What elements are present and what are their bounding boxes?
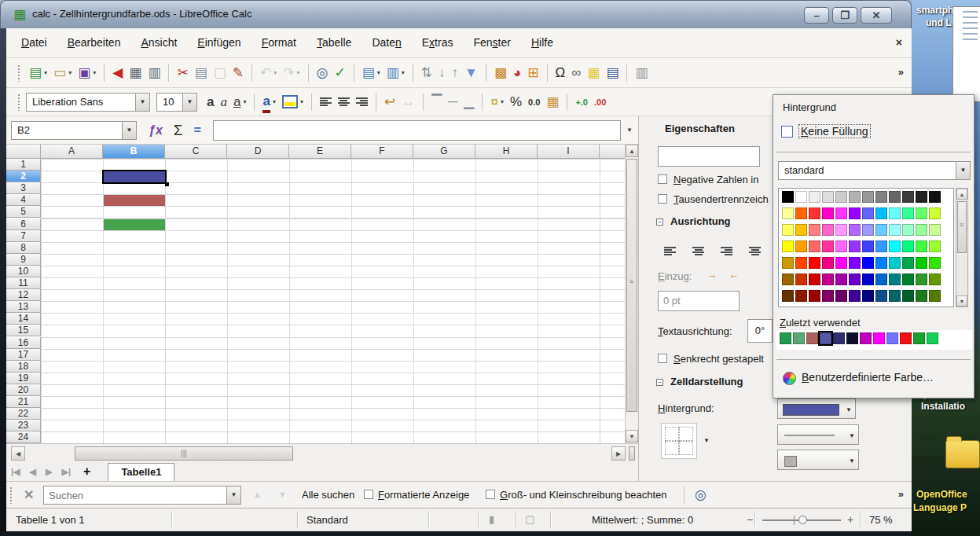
row-header-18[interactable]: 18 xyxy=(6,361,41,373)
column-header-F[interactable]: F xyxy=(351,145,413,159)
row-header-12[interactable]: 12 xyxy=(6,289,41,301)
menu-ansicht[interactable]: Ansicht xyxy=(130,28,187,57)
color-swatch[interactable] xyxy=(822,207,834,219)
align-right-button[interactable] xyxy=(718,240,735,262)
scroll-up-icon[interactable]: ▲ xyxy=(626,145,638,157)
color-swatch[interactable] xyxy=(835,257,847,269)
color-swatch[interactable] xyxy=(902,207,914,219)
dropdown-arrow-icon[interactable]: ▾ xyxy=(273,69,277,76)
zoom-slider-handle[interactable] xyxy=(798,516,807,524)
font-size-combo[interactable]: 10 ▼ xyxy=(156,93,197,112)
menu-daten[interactable]: Daten xyxy=(362,28,411,57)
color-swatch[interactable] xyxy=(782,290,794,302)
column-header-D[interactable]: D xyxy=(227,145,289,159)
chevron-down-icon[interactable]: ▼ xyxy=(849,432,855,439)
scroll-left-icon[interactable]: ◀ xyxy=(11,446,25,461)
recent-color-swatch[interactable] xyxy=(886,332,898,344)
align-left-button[interactable] xyxy=(662,240,678,262)
copy-button[interactable]: ▤ xyxy=(193,62,210,83)
thousands-separator-label[interactable]: Tausendertrennzeich xyxy=(674,193,769,205)
menu-format[interactable]: Format xyxy=(251,28,306,57)
menu-extras[interactable]: Extras xyxy=(412,28,464,57)
color-swatch[interactable] xyxy=(822,224,834,236)
sheet-tab-tabelle1[interactable]: Tabelle1 xyxy=(108,463,174,481)
color-swatch[interactable] xyxy=(809,240,820,252)
palette-scroll-thumb[interactable]: ≡ xyxy=(957,201,967,253)
color-swatch[interactable] xyxy=(889,257,901,269)
menu-fenster[interactable]: Fenster xyxy=(463,28,520,57)
row-header-20[interactable]: 20 xyxy=(6,384,41,396)
color-swatch[interactable] xyxy=(849,207,861,219)
color-swatch[interactable] xyxy=(862,257,874,269)
zoom-out-icon[interactable]: − xyxy=(747,513,753,526)
row-button[interactable]: ▤▾ xyxy=(360,62,383,83)
desktop-icon-label[interactable]: Installatio xyxy=(921,401,965,412)
color-swatch[interactable] xyxy=(835,240,847,252)
column-header-C[interactable]: C xyxy=(165,145,227,159)
scroll-up-icon[interactable]: ▲ xyxy=(956,189,967,200)
background-color-button[interactable]: ▼ xyxy=(777,398,856,419)
center-vertically-button[interactable]: ─ xyxy=(446,91,460,112)
color-swatch[interactable] xyxy=(809,191,820,203)
color-swatch[interactable] xyxy=(835,224,847,236)
row-header-4[interactable]: 4 xyxy=(6,194,41,206)
new-document-button[interactable]: ▤▾ xyxy=(27,62,50,83)
italic-button[interactable]: a xyxy=(218,91,229,112)
recent-color-swatch[interactable] xyxy=(833,332,845,344)
custom-color-button[interactable]: Benutzerdefinierte Farbe… xyxy=(802,371,934,384)
negative-red-label[interactable]: Negative Zahlen in xyxy=(674,174,758,185)
collapse-icon[interactable]: − xyxy=(656,379,663,386)
row-header-14[interactable]: 14 xyxy=(6,313,41,325)
row-header-22[interactable]: 22 xyxy=(6,408,41,420)
chevron-down-icon[interactable]: ▼ xyxy=(846,406,852,413)
split-handle[interactable] xyxy=(629,446,635,461)
maximize-button[interactable]: ❐ xyxy=(832,7,857,24)
scroll-down-icon[interactable]: ▼ xyxy=(956,296,967,307)
recent-color-swatch[interactable] xyxy=(846,332,858,344)
recent-color-swatch[interactable] xyxy=(820,332,831,344)
color-swatch[interactable] xyxy=(902,257,914,269)
color-swatch[interactable] xyxy=(835,290,847,302)
recent-color-swatch[interactable] xyxy=(780,332,791,344)
color-swatch[interactable] xyxy=(822,257,834,269)
stacked-checkbox[interactable] xyxy=(658,354,667,363)
clone-formatting-button[interactable]: ✎ xyxy=(230,62,246,83)
split-window-button[interactable]: ⊞ xyxy=(525,62,541,83)
color-swatch[interactable] xyxy=(822,274,834,285)
scroll-right-icon[interactable]: ▶ xyxy=(611,446,626,461)
chevron-down-icon[interactable]: ▼ xyxy=(226,486,240,504)
color-swatch[interactable] xyxy=(862,224,874,236)
chevron-down-icon[interactable]: ▼ xyxy=(849,457,855,464)
export-pdf-button[interactable]: ◀ xyxy=(110,62,125,83)
dropdown-arrow-icon[interactable]: ▾ xyxy=(273,98,276,105)
color-swatch[interactable] xyxy=(916,257,927,269)
date-format-button[interactable]: ▦ xyxy=(544,91,561,112)
row-header-11[interactable]: 11 xyxy=(6,277,41,289)
toolbar-overflow-icon[interactable]: » xyxy=(898,488,904,500)
function-wizard-icon[interactable]: ƒx xyxy=(149,123,163,138)
number-format-field[interactable] xyxy=(658,146,760,167)
row-header-16[interactable]: 16 xyxy=(6,337,41,349)
desktop-icon-label[interactable]: Language P xyxy=(913,502,967,513)
comment-button[interactable]: ▦ xyxy=(585,62,602,83)
color-swatch[interactable] xyxy=(795,290,807,302)
color-swatch[interactable] xyxy=(782,224,794,236)
recent-color-swatch[interactable] xyxy=(793,332,805,344)
border-line-style-button[interactable]: ▼ xyxy=(777,424,859,445)
menu-einfgen[interactable]: Einfügen xyxy=(187,28,251,57)
color-swatch[interactable] xyxy=(795,274,807,285)
color-swatch[interactable] xyxy=(916,207,927,219)
column-header-partial[interactable] xyxy=(600,145,625,159)
color-swatch[interactable] xyxy=(902,274,914,285)
close-document-icon[interactable]: × xyxy=(896,36,902,49)
name-box[interactable]: B2 ▼ xyxy=(11,121,137,140)
currency-button[interactable]: ¤▾ xyxy=(488,91,505,112)
color-swatch[interactable] xyxy=(849,240,861,252)
color-swatch[interactable] xyxy=(875,224,887,236)
column-header-B[interactable]: B xyxy=(103,145,165,159)
row-header-8[interactable]: 8 xyxy=(6,242,41,254)
align-bottom-button[interactable]: ▁ xyxy=(461,91,476,112)
color-swatch[interactable] xyxy=(862,191,874,203)
color-swatch[interactable] xyxy=(809,274,820,285)
print-preview-button[interactable]: ▥ xyxy=(145,62,163,83)
